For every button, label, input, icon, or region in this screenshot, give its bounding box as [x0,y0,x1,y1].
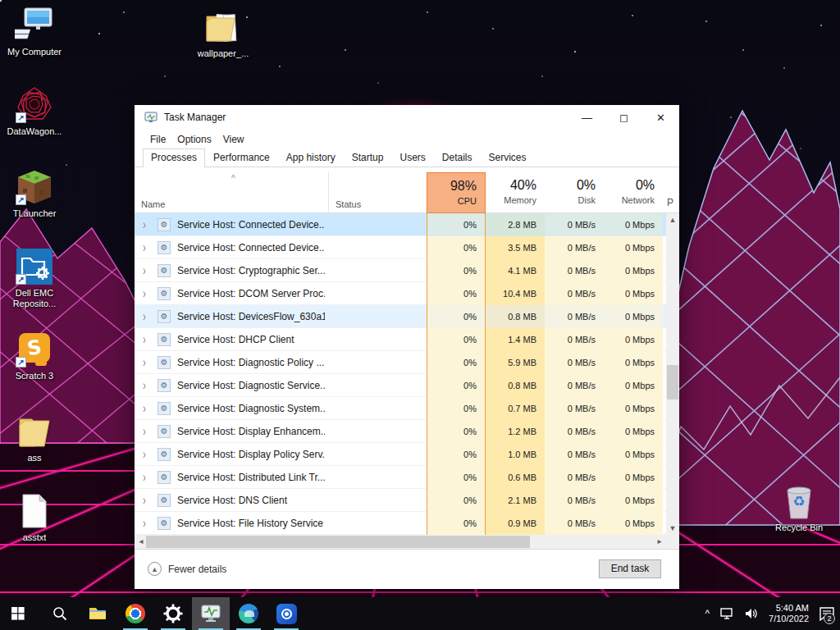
expand-chevron-icon[interactable]: › [143,468,146,485]
expand-chevron-icon[interactable]: › [143,491,146,508]
column-header-cpu[interactable]: 98% CPU [427,172,486,213]
process-memory-value: 1.4 MB [486,328,545,351]
desktop-icon-dell-emc[interactable]: ↗ Dell EMC Reposito... [0,248,69,309]
desktop-icon-asstxt[interactable]: asstxt [0,492,69,543]
process-name: Service Host: Distributed Link Tr... [177,472,325,483]
icon-label: Scratch 3 [16,371,53,381]
tray-network[interactable] [714,597,739,630]
desktop-icon-wallpaper-folder[interactable]: wallpaper_... [189,8,258,59]
process-row[interactable]: › ⚙ Service Host: DCOM Server Proc... 0%… [135,282,666,305]
taskbar-file-explorer[interactable] [79,597,116,630]
taskbar-chrome[interactable] [116,597,154,630]
memory-header-label: Memory [486,195,536,205]
end-task-button[interactable]: End task [599,559,661,578]
maximize-button[interactable]: ◻ [605,105,642,130]
process-network-value: 0 Mbps [604,305,663,328]
service-gear-icon: ⚙ [158,241,171,254]
taskbar-search-button[interactable] [41,597,79,630]
process-row[interactable]: › ⚙ Service Host: Cryptographic Ser... 0… [135,259,666,282]
service-gear-icon: ⚙ [158,356,171,369]
tray-clock[interactable]: 5:40 AM 7/10/2022 [764,603,814,624]
tab-processes[interactable]: Processes [143,148,205,167]
process-row[interactable]: › ⚙ Service Host: DNS Client 0% 2.1 MB 0… [135,489,666,512]
expand-chevron-icon[interactable]: › [143,354,146,370]
horizontal-scrollbar[interactable]: ◂ ▸ [135,535,666,549]
process-cpu-value: 0% [427,420,486,443]
expand-chevron-icon[interactable]: › [143,285,146,301]
close-button[interactable]: ✕ [642,105,679,130]
scroll-down-arrow[interactable]: ▼ [666,522,679,535]
vertical-scrollbar[interactable]: ▲ ▼ [666,213,679,535]
tab-performance[interactable]: Performance [205,148,278,167]
desktop-icon-ass-folder[interactable]: ass [0,413,69,463]
menu-view[interactable]: View [217,131,250,148]
process-name: Service Host: DNS Client [177,495,325,506]
column-header-name[interactable]: ^ Name [138,172,325,213]
column-header-status[interactable]: Status [328,172,427,213]
column-header-network[interactable]: 0% Network [604,172,663,213]
menu-file[interactable]: File [144,131,171,148]
title-bar[interactable]: Task Manager — ◻ ✕ [135,105,679,130]
expand-chevron-icon[interactable]: › [143,514,146,531]
scroll-right-arrow[interactable]: ▸ [653,535,666,549]
desktop-icon-recycle-bin[interactable]: ♻ Recycle Bin [765,482,833,533]
scroll-up-arrow[interactable]: ▲ [666,213,679,226]
process-row[interactable]: › ⚙ Service Host: Diagnostic Policy ... … [135,351,666,374]
process-row[interactable]: › ⚙ Service Host: DevicesFlow_630a1 0% 0… [135,305,666,328]
process-row[interactable]: › ⚙ Service Host: Diagnostic System... 0… [135,397,666,420]
column-header-power-partial[interactable]: P [667,197,673,208]
column-header-memory[interactable]: 40% Memory [486,172,545,213]
expand-chevron-icon[interactable]: › [143,216,146,232]
process-disk-value: 0 MB/s [545,305,604,328]
tray-chevron-up[interactable]: ^ [700,597,714,630]
tab-services[interactable]: Services [481,148,535,167]
vertical-scroll-thumb[interactable] [667,365,678,399]
icon-label: My Computer [7,47,62,57]
process-row[interactable]: › ⚙ Service Host: Display Enhancem... 0%… [135,420,666,443]
horizontal-scroll-thumb[interactable] [146,536,530,548]
column-header-disk[interactable]: 0% Disk [545,172,604,213]
tray-volume[interactable] [739,597,764,630]
expand-chevron-icon[interactable]: › [143,239,146,255]
expand-chevron-icon[interactable]: › [143,422,146,439]
minimize-button[interactable]: — [568,105,605,130]
process-row[interactable]: › ⚙ Service Host: Distributed Link Tr...… [135,466,666,489]
process-row[interactable]: › ⚙ Service Host: Connected Device... 0%… [135,213,666,236]
start-button[interactable] [0,597,36,630]
expand-chevron-icon[interactable]: › [143,445,146,462]
tab-app-history[interactable]: App history [278,148,344,167]
expand-chevron-icon[interactable]: › [143,308,146,324]
expand-chevron-icon[interactable]: › [143,377,146,393]
taskbar-edge[interactable] [230,597,267,630]
process-row[interactable]: › ⚙ Service Host: Display Policy Serv...… [135,443,666,466]
desktop-icon-tlauncher[interactable]: ↗ TLauncher [0,168,69,219]
process-memory-value: 0.8 MB [486,305,545,328]
expand-chevron-icon[interactable]: › [143,331,146,347]
process-network-value: 0 Mbps [604,213,663,236]
fewer-details-toggle[interactable]: ▲ Fewer details [148,562,226,576]
tab-details[interactable]: Details [434,148,481,167]
expand-chevron-icon[interactable]: › [143,399,146,416]
notification-center-button[interactable]: 2 [814,597,840,630]
asstxt-file-icon [15,492,54,530]
service-gear-icon: ⚙ [158,333,171,346]
process-row[interactable]: › ⚙ Service Host: Diagnostic Service... … [135,374,666,397]
disk-total-percent: 0% [545,178,596,193]
desktop-icon-my-computer[interactable]: My Computer [0,7,69,57]
expand-chevron-icon[interactable]: › [143,262,146,278]
taskbar-settings[interactable] [154,597,192,630]
tab-users[interactable]: Users [391,148,433,167]
desktop-icon-scratch3[interactable]: S ↗ Scratch 3 [0,331,69,381]
edge-icon [239,604,258,623]
tab-startup[interactable]: Startup [344,148,392,167]
menu-options[interactable]: Options [171,131,217,148]
chevron-up-circle-icon: ▲ [148,562,162,576]
process-row[interactable]: › ⚙ Service Host: DHCP Client 0% 1.4 MB … [135,328,666,351]
taskbar-camera-app[interactable] [267,597,305,630]
taskbar-task-manager[interactable] [192,597,230,630]
desktop-icon-datawagon[interactable]: ↗ DataWagon... [0,86,69,137]
process-row[interactable]: › ⚙ Service Host: File History Service 0… [135,512,666,535]
process-memory-value: 2.8 MB [486,213,545,236]
process-row[interactable]: › ⚙ Service Host: Connected Device... 0%… [135,236,666,259]
service-gear-icon: ⚙ [158,471,171,484]
